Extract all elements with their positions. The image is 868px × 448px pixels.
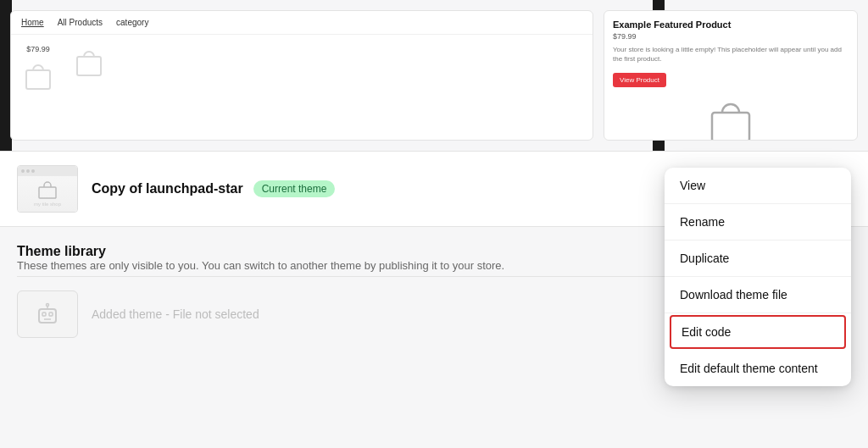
- preview-product-detail: Example Featured Product $79.99 Your sto…: [604, 11, 857, 141]
- thumbnail-dot: [21, 169, 25, 173]
- preview-product-left: $79.99: [21, 45, 55, 92]
- bag-icon-product: [705, 96, 756, 141]
- view-product-button[interactable]: View Product: [613, 73, 666, 87]
- product-price: $79.99: [613, 32, 849, 41]
- theme-preview-section: Home All Products category $79.99: [0, 0, 868, 151]
- library-item-thumbnail: [17, 290, 78, 338]
- dropdown-menu: View Rename Duplicate Download theme fil…: [665, 168, 851, 386]
- dropdown-item-rename[interactable]: Rename: [665, 204, 851, 241]
- dropdown-item-edit-code[interactable]: Edit code: [670, 315, 846, 349]
- dropdown-item-duplicate[interactable]: Duplicate: [665, 241, 851, 277]
- nav-all-products: All Products: [58, 18, 103, 27]
- preview-price: $79.99: [26, 45, 50, 53]
- dropdown-item-view[interactable]: View: [665, 168, 851, 204]
- theme-info: Copy of launchpad-star Current theme: [92, 180, 710, 197]
- product-description: Your store is looking a little empty! Th…: [613, 45, 849, 64]
- bag-icon-left: [21, 58, 55, 92]
- svg-rect-4: [39, 309, 56, 323]
- bag-icon-center: [72, 45, 106, 79]
- svg-rect-3: [39, 187, 56, 198]
- svg-rect-0: [26, 70, 50, 89]
- thumbnail-dot: [31, 169, 35, 173]
- svg-rect-6: [49, 312, 53, 316]
- svg-rect-5: [42, 312, 46, 316]
- preview-product-right: [72, 45, 106, 79]
- current-theme-badge: Current theme: [253, 180, 336, 197]
- svg-rect-2: [712, 113, 749, 141]
- dropdown-item-edit-content[interactable]: Edit default theme content: [665, 351, 851, 386]
- library-item-name: Added theme - File not selected: [92, 307, 259, 321]
- mobile-preview: Example Featured Product $79.99 Your sto…: [604, 10, 858, 141]
- thumbnail-dot: [26, 169, 30, 173]
- theme-name: Copy of launchpad-star: [92, 181, 243, 196]
- library-description: These themes are only visible to you. Yo…: [17, 259, 504, 272]
- thumbnail-store-icon: [38, 180, 57, 199]
- dropdown-item-download[interactable]: Download theme file: [665, 277, 851, 313]
- library-title: Theme library: [17, 244, 504, 259]
- robot-icon: [34, 301, 61, 328]
- desktop-preview: Home All Products category $79.99: [10, 10, 593, 141]
- library-header-text: Theme library These themes are only visi…: [17, 244, 504, 272]
- nav-home: Home: [21, 18, 44, 27]
- nav-category: category: [116, 18, 148, 27]
- theme-thumbnail: my tile shop: [17, 165, 78, 213]
- svg-point-7: [47, 304, 49, 307]
- svg-rect-1: [77, 57, 101, 75]
- preview-nav: Home All Products category: [11, 11, 593, 35]
- preview-content: $79.99: [11, 35, 593, 102]
- product-title: Example Featured Product: [613, 19, 849, 30]
